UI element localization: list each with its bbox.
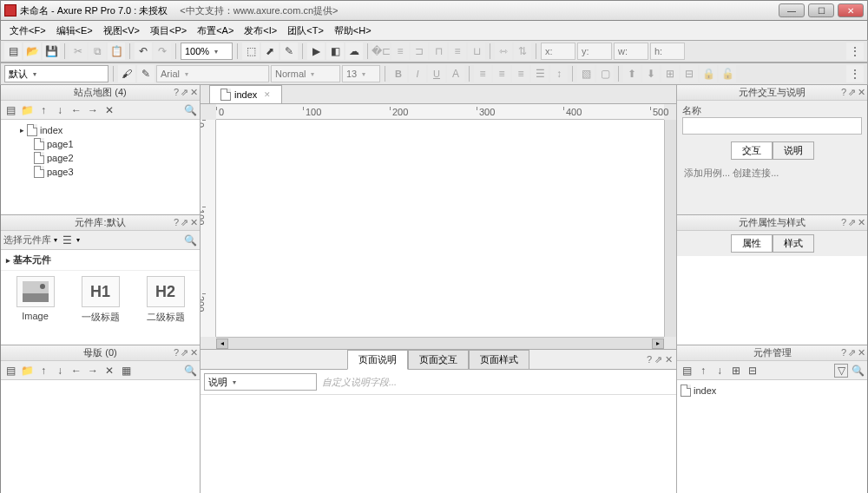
open-icon[interactable]: 📂 [23, 43, 41, 60]
tab-notes[interactable]: 说明 [773, 141, 814, 160]
zoom-select[interactable]: 100%▾ [181, 43, 233, 60]
widget-h1[interactable]: H1一级标题 [71, 276, 129, 324]
tree-page[interactable]: page2 [4, 151, 196, 165]
eyedropper-icon[interactable]: ✎ [137, 65, 155, 82]
menu-team[interactable]: 团队<T> [282, 23, 329, 39]
h-field[interactable]: h: [650, 43, 685, 60]
master-search-icon[interactable]: 🔍 [183, 364, 197, 378]
fill-icon[interactable]: ▧ [577, 65, 595, 82]
back-icon[interactable]: ⬇ [642, 65, 660, 82]
new-icon[interactable]: ▤ [4, 43, 22, 60]
textalign-right-icon[interactable]: ≡ [512, 65, 529, 82]
size-select[interactable]: 13▾ [342, 65, 380, 82]
panel-close-icon[interactable]: ✕ [190, 87, 198, 98]
align-left-icon[interactable]: �⊏ [372, 43, 390, 60]
x-field[interactable]: x: [541, 43, 575, 60]
align-right-icon[interactable]: ⊐ [411, 43, 428, 60]
lib-menu-icon[interactable]: ☰ [60, 233, 74, 247]
outline-search-icon[interactable]: 🔍 [851, 364, 865, 378]
italic-icon[interactable]: I [409, 65, 426, 82]
tree-page[interactable]: page3 [4, 165, 196, 179]
lib-section[interactable]: 基本元件 [13, 254, 51, 265]
filter-icon[interactable]: ▽ [834, 364, 848, 378]
add-master-folder-icon[interactable]: 📁 [20, 364, 34, 378]
pen-icon[interactable]: ✎ [280, 43, 298, 60]
interaction-links[interactable]: 添加用例... 创建连接... [677, 163, 867, 183]
group-icon[interactable]: ⊞ [661, 65, 679, 82]
tab-page-style[interactable]: 页面样式 [469, 350, 529, 370]
lib-search-icon[interactable]: 🔍 [183, 233, 197, 247]
y-field[interactable]: y: [577, 43, 612, 60]
textcolor-icon[interactable]: A [447, 65, 464, 82]
format-painter-icon[interactable]: 🖌 [118, 65, 135, 82]
library-selector[interactable]: 选择元件库 [3, 233, 51, 246]
maximize-button[interactable]: ☐ [808, 3, 834, 17]
outline-tree-icon[interactable]: ▤ [680, 364, 694, 378]
tab-close-icon[interactable]: ✕ [264, 90, 271, 99]
share-icon[interactable]: ◧ [326, 43, 344, 60]
menu-arrange[interactable]: 布置<A> [192, 23, 239, 39]
indent-icon[interactable]: → [86, 103, 100, 117]
add-master-icon[interactable]: ▤ [3, 364, 17, 378]
tab-style[interactable]: 样式 [773, 234, 814, 253]
help-icon[interactable]: ? [174, 87, 179, 98]
tab-interactions[interactable]: 交互 [731, 141, 773, 160]
paste-icon[interactable]: 📋 [108, 43, 125, 60]
tab-page-notes[interactable]: 页面说明 [347, 350, 408, 370]
distribute-v-icon[interactable]: ⇅ [514, 43, 531, 60]
unlock-icon[interactable]: 🔓 [719, 65, 736, 82]
note-type-select[interactable]: 说明▾ [204, 373, 317, 391]
style-select[interactable]: 默认▾ [4, 65, 108, 82]
align-middle-icon[interactable]: ≡ [449, 43, 466, 60]
menu-edit[interactable]: 编辑<E> [51, 23, 98, 39]
bullets-icon[interactable]: ☰ [531, 65, 549, 82]
menu-file[interactable]: 文件<F> [4, 23, 51, 39]
lock-icon[interactable]: 🔒 [700, 65, 717, 82]
border-icon[interactable]: ▢ [596, 65, 614, 82]
master-behavior-icon[interactable]: ▦ [119, 364, 133, 378]
toolbar-overflow-icon[interactable]: ⋮ [846, 43, 864, 60]
note-textarea[interactable] [201, 395, 676, 493]
pin-icon[interactable]: ⇗ [181, 87, 188, 98]
ungroup-icon[interactable]: ⊟ [681, 65, 698, 82]
canvas[interactable] [216, 120, 664, 337]
add-folder-icon[interactable]: 📁 [20, 103, 34, 117]
weight-select[interactable]: Normal▾ [271, 65, 340, 82]
redo-icon[interactable]: ↷ [154, 43, 171, 60]
add-page-icon[interactable]: ▤ [3, 103, 17, 117]
textalign-left-icon[interactable]: ≡ [474, 65, 491, 82]
line-spacing-icon[interactable]: ↕ [550, 65, 568, 82]
tab-properties[interactable]: 属性 [731, 234, 773, 253]
tab-page-interactions[interactable]: 页面交互 [408, 350, 469, 370]
menu-view[interactable]: 视图<V> [98, 23, 145, 39]
search-icon[interactable]: 🔍 [183, 103, 197, 117]
preview-icon[interactable]: ▶ [307, 43, 325, 60]
outdent-icon[interactable]: ← [69, 103, 83, 117]
connector-icon[interactable]: ⬈ [261, 43, 279, 60]
canvas-tab[interactable]: index✕ [209, 85, 282, 103]
save-icon[interactable]: 💾 [43, 43, 60, 60]
widget-name-input[interactable] [682, 117, 862, 135]
widget-image[interactable]: Image [6, 276, 64, 324]
menu-publish[interactable]: 发布<I> [239, 23, 282, 39]
select-mode-icon[interactable]: ⬚ [242, 43, 260, 60]
undo-icon[interactable]: ↶ [135, 43, 152, 60]
tree-root[interactable]: ▸index [4, 123, 196, 137]
outline-item[interactable]: index [681, 384, 864, 398]
format-overflow-icon[interactable]: ⋮ [846, 65, 864, 82]
scroll-left-icon[interactable]: ◂ [216, 339, 228, 349]
minimize-button[interactable]: — [779, 3, 805, 17]
widget-h2[interactable]: H2二级标题 [136, 276, 194, 324]
publish-icon[interactable]: ☁ [345, 43, 363, 60]
distribute-h-icon[interactable]: ⇿ [495, 43, 512, 60]
align-bottom-icon[interactable]: ⊔ [468, 43, 485, 60]
bold-icon[interactable]: B [390, 65, 407, 82]
align-center-icon[interactable]: ≡ [391, 43, 409, 60]
tree-page[interactable]: page1 [4, 137, 196, 151]
cut-icon[interactable]: ✂ [69, 43, 87, 60]
textalign-center-icon[interactable]: ≡ [493, 65, 510, 82]
move-up-icon[interactable]: ↑ [36, 103, 50, 117]
scrollbar-horizontal[interactable]: ◂ ▸ [216, 337, 664, 349]
w-field[interactable]: w: [614, 43, 648, 60]
underline-icon[interactable]: U [428, 65, 445, 82]
